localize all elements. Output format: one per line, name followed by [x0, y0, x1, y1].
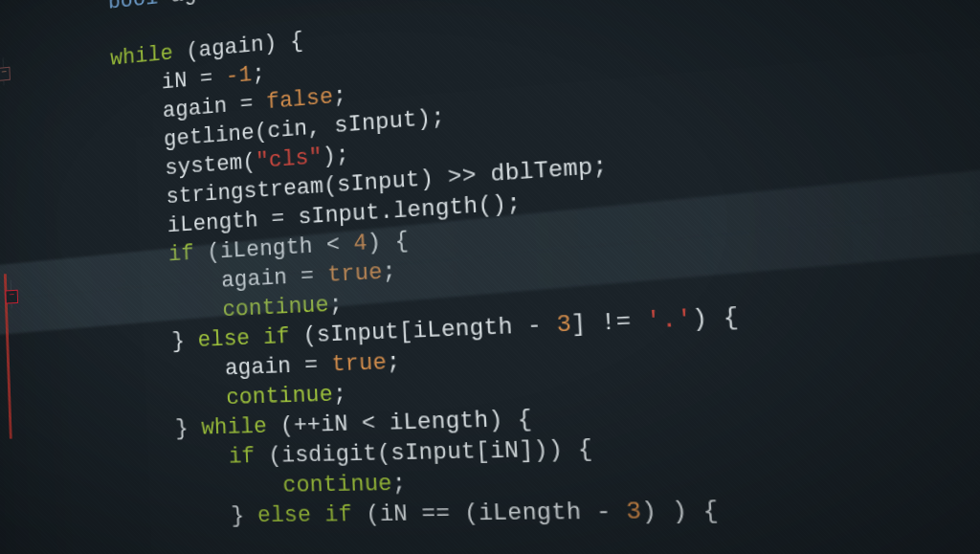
fold-gutter[interactable]: [0, 168, 16, 169]
line-number: 527: [0, 225, 1, 253]
line-number: 530: [0, 309, 4, 336]
fold-gutter[interactable]: −: [0, 56, 13, 86]
code-lines: 516 string sInput;517 int iLength, iN;51…: [0, 0, 980, 535]
line-number: 528: [0, 253, 2, 280]
line-number: 533: [0, 393, 7, 419]
editor-viewport: 516 string sInput;517 int iLength, iN;51…: [0, 0, 980, 554]
line-number: 536: [0, 477, 10, 502]
fold-gutter[interactable]: [0, 112, 14, 114]
fold-gutter[interactable]: [0, 30, 11, 32]
fold-toggle-icon[interactable]: −: [0, 67, 11, 81]
fold-gutter[interactable]: [0, 224, 18, 225]
line-number: 532: [0, 365, 6, 391]
fold-toggle-icon[interactable]: −: [5, 290, 18, 304]
fold-gutter[interactable]: [0, 2, 11, 4]
line-number: 537: [0, 506, 11, 531]
fold-gutter[interactable]: [1, 252, 19, 253]
fold-gutter[interactable]: [0, 196, 17, 197]
line-number: 531: [0, 337, 5, 364]
editor-surface[interactable]: 516 string sInput;517 int iLength, iN;51…: [0, 0, 980, 554]
fold-gutter[interactable]: −: [2, 279, 21, 308]
line-number: 535: [0, 450, 9, 476]
fold-gutter[interactable]: [0, 140, 15, 142]
line-number: 534: [0, 421, 8, 447]
